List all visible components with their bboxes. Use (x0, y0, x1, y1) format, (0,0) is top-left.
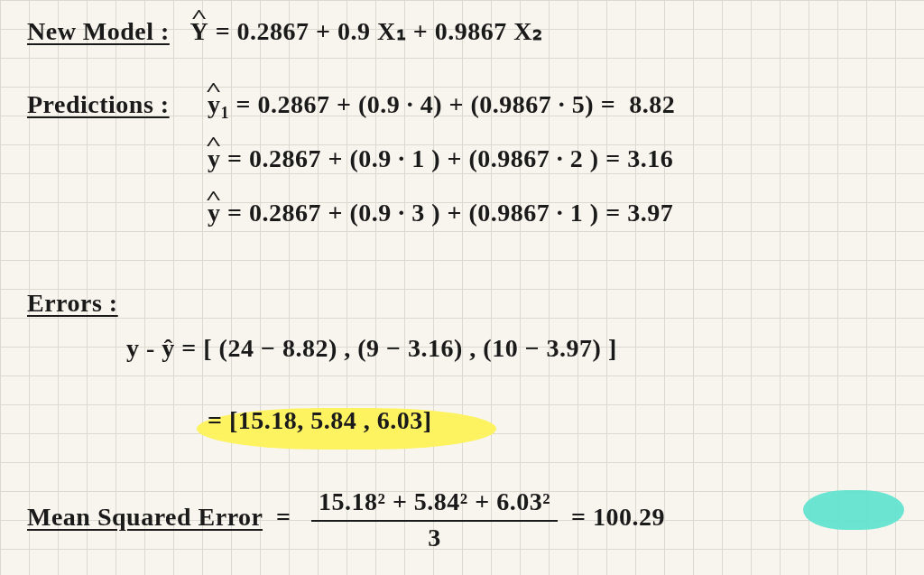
errors-label: Errors : (27, 289, 118, 317)
mse-numerator: 15.18² + 5.84² + 6.03² (311, 487, 558, 522)
yhat3-symbol: y (208, 199, 221, 227)
pred1-expr: = 0.2867 + (0.9 · 4) + (0.9867 · 5) = (236, 90, 616, 118)
pred2-expr: = 0.2867 + (0.9 · 1 ) + (0.9867 · 2 ) = (227, 144, 621, 172)
highlight-mse-result (803, 490, 904, 530)
predictions-label: Predictions : (27, 90, 170, 118)
mse-fraction: 15.18² + 5.84² + 6.03² 3 (311, 487, 558, 552)
errors-vector-text: = [15.18, 5.84 , 6.03] (208, 406, 432, 434)
yhat-symbol: Y (189, 17, 208, 46)
errors-vector: = [15.18, 5.84 , 6.03] (208, 406, 432, 435)
mse-result: 100.29 (593, 503, 665, 531)
yhat2-symbol: y (208, 144, 221, 173)
mse-label: Mean Squared Error (27, 503, 263, 531)
yhat1-symbol: y (208, 90, 221, 119)
mse-denominator: 3 (311, 522, 558, 552)
pred3-expr: = 0.2867 + (0.9 · 3 ) + (0.9867 · 1 ) = (227, 199, 621, 227)
prediction-2: y = 0.2867 + (0.9 · 1 ) + (0.9867 · 2 ) … (208, 144, 673, 173)
new-model-label: New Model : (27, 17, 170, 45)
pred3-result: 3.97 (627, 199, 673, 227)
prediction-1: y1 = 0.2867 + (0.9 · 4) + (0.9867 · 5) =… (208, 90, 675, 123)
predictions-label-row: Predictions : (27, 90, 170, 119)
errors-diff-text: y - ŷ = [ (24 − 8.82) , (9 − 3.16) , (10… (126, 334, 617, 362)
mse-row: Mean Squared Error = 15.18² + 5.84² + 6.… (27, 487, 665, 552)
pred1-result: 8.82 (629, 90, 675, 118)
pred2-result: 3.16 (627, 144, 673, 172)
new-model-row: New Model : Y = 0.2867 + 0.9 X₁ + 0.9867… (27, 16, 542, 46)
errors-diff-expr: y - ŷ = [ (24 − 8.82) , (9 − 3.16) , (10… (126, 334, 617, 363)
prediction-3: y = 0.2867 + (0.9 · 3 ) + (0.9867 · 1 ) … (208, 199, 673, 227)
errors-label-row: Errors : (27, 289, 118, 318)
model-equation: = 0.2867 + 0.9 X₁ + 0.9867 X₂ (216, 17, 543, 45)
